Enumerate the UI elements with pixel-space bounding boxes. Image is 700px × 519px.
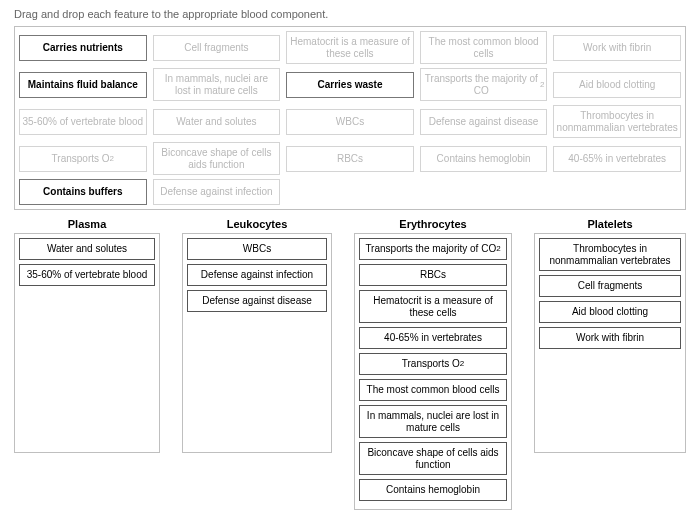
dropped-feature[interactable]: Biconcave shape of cells aids function [359, 442, 507, 475]
feature-tile: In mammals, nuclei are lost in mature ce… [153, 68, 281, 101]
dropped-feature[interactable]: In mammals, nuclei are lost in mature ce… [359, 405, 507, 438]
category-title: Leukocytes [182, 218, 332, 230]
dropped-feature[interactable]: Water and solutes [19, 238, 155, 260]
feature-tile: 35-60% of vertebrate blood [19, 109, 147, 135]
feature-tile: Hematocrit is a measure of these cells [286, 31, 414, 64]
feature-tile: Defense against disease [420, 109, 548, 135]
feature-tile: Aid blood clotting [553, 72, 681, 98]
feature-tile: Work with fibrin [553, 35, 681, 61]
dropped-feature[interactable]: Cell fragments [539, 275, 681, 297]
feature-tile[interactable]: Carries waste [286, 72, 414, 98]
dropzone[interactable]: Water and solutes35-60% of vertebrate bl… [14, 233, 160, 453]
feature-tile: The most common blood cells [420, 31, 548, 64]
category-title: Platelets [534, 218, 686, 230]
dropped-feature[interactable]: 40-65% in vertebrates [359, 327, 507, 349]
feature-tile: 40-65% in vertebrates [553, 146, 681, 172]
category-title: Plasma [14, 218, 160, 230]
dropped-feature[interactable]: Thrombocytes in nonmammalian vertebrates [539, 238, 681, 271]
dropped-feature[interactable]: Transports the majority of CO2 [359, 238, 507, 260]
category-column: ErythrocytesTransports the majority of C… [354, 216, 512, 510]
dropped-feature[interactable]: Aid blood clotting [539, 301, 681, 323]
dropped-feature[interactable]: RBCs [359, 264, 507, 286]
feature-tile: Defense against infection [153, 179, 281, 205]
feature-pool: Carries nutrientsCell fragmentsHematocri… [14, 26, 686, 210]
dropped-feature[interactable]: Defense against infection [187, 264, 327, 286]
feature-tile: RBCs [286, 146, 414, 172]
category-title: Erythrocytes [354, 218, 512, 230]
categories-row: PlasmaWater and solutes35-60% of vertebr… [14, 216, 686, 510]
dropped-feature[interactable]: The most common blood cells [359, 379, 507, 401]
dropzone[interactable]: Transports the majority of CO2RBCsHemato… [354, 233, 512, 510]
feature-tile: Thrombocytes in nonmammalian vertebrates [553, 105, 681, 138]
dropped-feature[interactable]: Contains hemoglobin [359, 479, 507, 501]
feature-tile: Biconcave shape of cells aids function [153, 142, 281, 175]
dropped-feature[interactable]: Hematocrit is a measure of these cells [359, 290, 507, 323]
category-column: PlateletsThrombocytes in nonmammalian ve… [534, 216, 686, 453]
feature-tile[interactable]: Contains buffers [19, 179, 147, 205]
feature-tile: WBCs [286, 109, 414, 135]
feature-tile: Transports the majority of CO2 [420, 68, 548, 101]
feature-tile: Contains hemoglobin [420, 146, 548, 172]
category-column: PlasmaWater and solutes35-60% of vertebr… [14, 216, 160, 453]
dropzone[interactable]: WBCsDefense against infectionDefense aga… [182, 233, 332, 453]
dropped-feature[interactable]: Transports O2 [359, 353, 507, 375]
feature-tile[interactable]: Maintains fluid balance [19, 72, 147, 98]
category-column: LeukocytesWBCsDefense against infectionD… [182, 216, 332, 453]
dropzone[interactable]: Thrombocytes in nonmammalian vertebrates… [534, 233, 686, 453]
dropped-feature[interactable]: Work with fibrin [539, 327, 681, 349]
feature-tile: Cell fragments [153, 35, 281, 61]
instructions-text: Drag and drop each feature to the approp… [14, 8, 686, 20]
dropped-feature[interactable]: Defense against disease [187, 290, 327, 312]
feature-tile: Water and solutes [153, 109, 281, 135]
dropped-feature[interactable]: 35-60% of vertebrate blood [19, 264, 155, 286]
dropped-feature[interactable]: WBCs [187, 238, 327, 260]
feature-tile: Transports O2 [19, 146, 147, 172]
feature-tile[interactable]: Carries nutrients [19, 35, 147, 61]
